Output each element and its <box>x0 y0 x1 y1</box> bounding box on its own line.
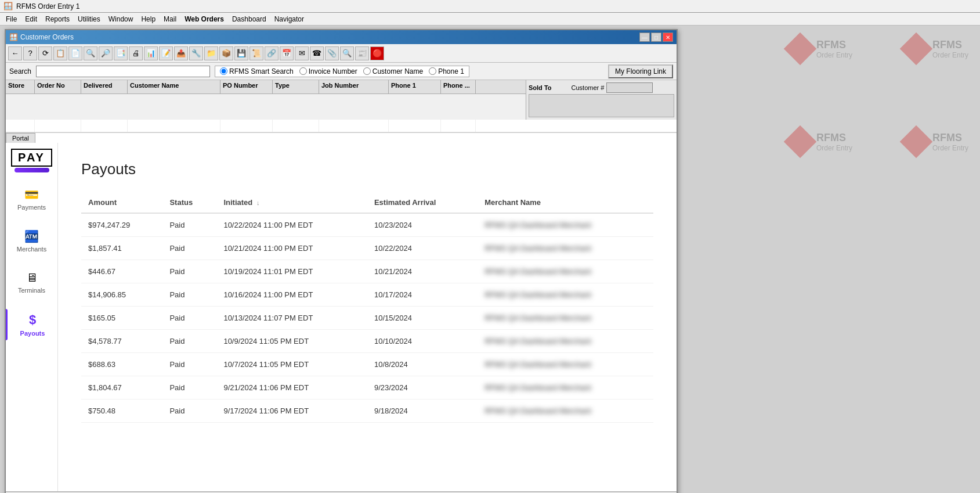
doc-button[interactable]: 📑 <box>114 46 128 60</box>
radio-customer[interactable]: Customer Name <box>363 67 423 75</box>
rfms-brand-2: RFMS Order Entry <box>789 37 852 60</box>
menu-navigator[interactable]: Navigator <box>271 14 308 24</box>
tool12[interactable]: 📎 <box>325 46 339 60</box>
radio-phone[interactable]: Phone 1 <box>429 67 464 75</box>
back-button[interactable]: ← <box>8 46 22 60</box>
search-options: RFMS Smart Search Invoice Number Custome… <box>215 66 469 77</box>
cell-merchant-5: RFMS QA Dashboard Merchant <box>478 330 653 353</box>
table-row[interactable]: $446.67 Paid 10/19/2024 11:01 PM EDT 10/… <box>81 260 653 283</box>
portal-tab[interactable]: Portal <box>6 133 35 143</box>
cell-status-1: Paid <box>162 237 216 260</box>
cell-amount-3: $14,906.85 <box>81 283 162 307</box>
sidebar-item-payments[interactable]: 💳 Payments <box>12 184 52 214</box>
app-icon: 🪟 <box>3 2 13 10</box>
tool7[interactable]: 📜 <box>249 46 263 60</box>
th-status[interactable]: Status <box>162 192 216 213</box>
table-row[interactable]: $750.48 Paid 9/17/2024 11:06 PM EDT 9/18… <box>81 400 653 423</box>
sidebar-item-merchants[interactable]: 🏧 Merchants <box>12 226 52 256</box>
menu-file[interactable]: File <box>2 14 20 24</box>
cell-amount-5: $4,578.77 <box>81 330 162 353</box>
cell-arrival-7: 9/23/2024 <box>367 376 478 400</box>
sidebar-item-payouts[interactable]: $ Payouts <box>8 309 57 340</box>
rfms-brand-4: RFMS Order Entry <box>789 130 852 153</box>
tool8[interactable]: 🔗 <box>265 46 279 60</box>
table-row[interactable]: $974,247.29 Paid 10/22/2024 11:00 PM EDT… <box>81 213 653 237</box>
table-row[interactable]: $688.63 Paid 10/7/2024 11:05 PM EDT 10/8… <box>81 353 653 376</box>
payouts-icon: $ <box>29 312 36 328</box>
menu-window[interactable]: Window <box>105 14 137 24</box>
table-row[interactable]: $14,906.85 Paid 10/16/2024 11:00 PM EDT … <box>81 283 653 307</box>
menu-weborders[interactable]: Web Orders <box>181 14 227 24</box>
cell-merchant-6: RFMS QA Dashboard Merchant <box>478 353 653 376</box>
table-row[interactable]: $165.05 Paid 10/13/2024 11:07 PM EDT 10/… <box>81 307 653 330</box>
table-row[interactable]: $1,804.67 Paid 9/21/2024 11:06 PM EDT 9/… <box>81 376 653 400</box>
close-button[interactable]: ✕ <box>663 33 673 42</box>
print-button[interactable]: 🖨 <box>129 46 143 60</box>
menu-mail[interactable]: Mail <box>160 14 180 24</box>
tool2[interactable]: 📤 <box>174 46 188 60</box>
payouts-nav-wrapper: $ Payouts <box>6 309 57 340</box>
maximize-button[interactable]: □ <box>651 33 661 42</box>
tool10[interactable]: ✉ <box>295 46 309 60</box>
app-title: RFMS Order Entry 1 <box>16 2 79 10</box>
table-row[interactable]: $1,857.41 Paid 10/21/2024 11:00 PM EDT 1… <box>81 237 653 260</box>
minimize-button[interactable]: — <box>639 33 650 42</box>
th-estimated[interactable]: Estimated Arrival <box>367 192 478 213</box>
menu-utilities[interactable]: Utilities <box>74 14 104 24</box>
th-merchant[interactable]: Merchant Name <box>478 192 653 213</box>
cell-merchant-0: RFMS QA Dashboard Merchant <box>478 213 653 237</box>
tool13[interactable]: 🔍 <box>340 46 354 60</box>
order-cell-type <box>273 120 319 132</box>
search-input[interactable] <box>36 66 210 77</box>
radio-rfms-smart[interactable]: RFMS Smart Search <box>220 67 294 75</box>
menu-help[interactable]: Help <box>138 14 159 24</box>
copy-button[interactable]: 📄 <box>68 46 82 60</box>
tool15[interactable]: 🔴 <box>370 46 384 60</box>
tool14[interactable]: 📰 <box>355 46 369 60</box>
menu-dashboard[interactable]: Dashboard <box>229 14 270 24</box>
order-cell-po <box>220 120 273 132</box>
new-button[interactable]: 📋 <box>53 46 67 60</box>
col-ponumber: PO Number <box>220 80 273 93</box>
tool3[interactable]: 🔧 <box>189 46 203 60</box>
cell-arrival-6: 10/8/2024 <box>367 353 478 376</box>
customer-number-input[interactable] <box>606 82 653 93</box>
column-header-row: Store Order No Delivered Customer Name P… <box>6 80 677 120</box>
menu-edit[interactable]: Edit <box>21 14 41 24</box>
cell-arrival-8: 9/18/2024 <box>367 400 478 423</box>
order-cell-delivered <box>81 120 128 132</box>
tool11[interactable]: ☎ <box>310 46 324 60</box>
window-titlebar: 🪟 Customer Orders — □ ✕ <box>6 30 677 44</box>
radio-invoice[interactable]: Invoice Number <box>299 67 357 75</box>
merchants-label: Merchants <box>17 246 46 253</box>
tool6[interactable]: 💾 <box>234 46 248 60</box>
zoom-button[interactable]: 🔎 <box>99 46 113 60</box>
payouts-label: Payouts <box>20 330 45 337</box>
cell-initiated-3: 10/16/2024 11:00 PM EDT <box>216 283 367 307</box>
tool9[interactable]: 📅 <box>280 46 294 60</box>
report-button[interactable]: 📊 <box>144 46 158 60</box>
refresh-button[interactable]: ⟳ <box>38 46 52 60</box>
table-head: Amount Status Initiated ↓ Estimated Arri… <box>81 192 653 213</box>
tool4[interactable]: 📁 <box>204 46 218 60</box>
terminals-icon: 🖥 <box>26 271 38 285</box>
help-button[interactable]: ? <box>23 46 37 60</box>
cell-amount-4: $165.05 <box>81 307 162 330</box>
payouts-table-body: $974,247.29 Paid 10/22/2024 11:00 PM EDT… <box>81 213 653 423</box>
cell-arrival-2: 10/21/2024 <box>367 260 478 283</box>
th-amount[interactable]: Amount <box>81 192 162 213</box>
tool1[interactable]: 📝 <box>159 46 173 60</box>
flooring-link-button[interactable]: My Flooring Link <box>608 64 673 78</box>
payouts-content: Payouts Amount Status Initiated ↓ Estima… <box>58 143 677 491</box>
window-controls: — □ ✕ <box>639 33 673 42</box>
cell-amount-0: $974,247.29 <box>81 213 162 237</box>
search-button[interactable]: 🔍 <box>84 46 97 60</box>
th-initiated[interactable]: Initiated ↓ <box>216 192 367 213</box>
menu-reports[interactable]: Reports <box>42 14 73 24</box>
tool5[interactable]: 📦 <box>219 46 233 60</box>
pay-sidebar: PAY 💳 Payments 🏧 Merchants 🖥 Terminals $ <box>6 143 58 491</box>
sidebar-item-terminals[interactable]: 🖥 Terminals <box>12 268 52 297</box>
table-row[interactable]: $4,578.77 Paid 10/9/2024 11:05 PM EDT 10… <box>81 330 653 353</box>
search-bar: Search RFMS Smart Search Invoice Number … <box>6 63 677 80</box>
toolbar: ← ? ⟳ 📋 📄 🔍 🔎 📑 🖨 📊 📝 📤 🔧 📁 📦 💾 📜 🔗 📅 ✉ … <box>6 44 677 63</box>
